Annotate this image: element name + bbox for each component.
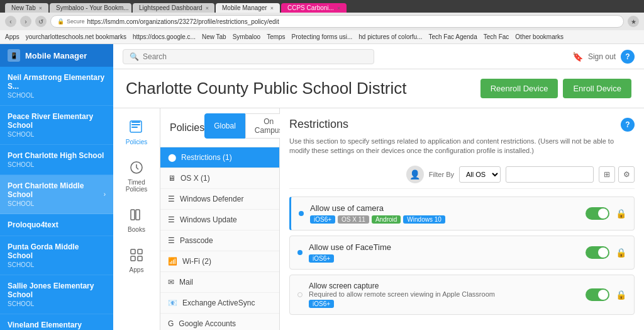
bookmark-button[interactable]: ★	[628, 16, 639, 27]
sidebar-item-vineland[interactable]: Vineland Elementary School SCHOOL	[0, 314, 113, 330]
browser-chrome: New Tab× Symbaloo - Your Bookm...× Light…	[0, 0, 644, 44]
tab-symbaloo[interactable]: Symbaloo - Your Bookm...×	[50, 3, 131, 13]
sidebar: 📱 Mobile Manager Neil Armstrong Elementa…	[0, 44, 113, 330]
bookmark-apps[interactable]: Apps	[5, 33, 19, 40]
clock-icon	[127, 158, 146, 177]
policy-item-mail[interactable]: ✉ Mail	[160, 272, 279, 293]
policy-item-osx[interactable]: 🖥 OS X (1)	[160, 168, 279, 189]
policy-item-wifi[interactable]: 📶 Wi-Fi (2)	[160, 251, 279, 272]
bookmark-docs[interactable]: https://docs.google.c...	[133, 33, 196, 40]
filter-row: 👤 Filter By All OS ⊞ ⚙	[289, 166, 635, 189]
bookmark-techfac[interactable]: Tech Fac Agenda	[428, 33, 477, 40]
toggle-camera[interactable]	[586, 207, 609, 220]
restriction-tags-camera: iOS6+ OS X 11 Android Windows 10	[310, 215, 579, 224]
sidebar-item-sallie[interactable]: Sallie Jones Elementary School SCHOOL	[0, 275, 113, 314]
global-tab-button[interactable]: Global	[204, 113, 245, 139]
secure-icon: 🔒	[57, 18, 64, 25]
sign-out-button[interactable]: Sign out	[588, 52, 616, 61]
exchange-icon: 📧	[168, 299, 177, 307]
filter-settings-button[interactable]: ⚙	[618, 166, 635, 183]
policy-item-restrictions[interactable]: ⬤ Restrictions (1)	[160, 147, 279, 168]
content-header: Charlotte County Public School District …	[113, 69, 644, 108]
bookmark-protecting[interactable]: Protecting forms usi...	[292, 33, 353, 40]
lock-facetime-icon[interactable]: 🔒	[616, 248, 626, 258]
restriction-dot-screen	[297, 292, 303, 297]
header-buttons: Reenroll Device Enroll Device	[480, 79, 631, 98]
browser-title-bar: New Tab× Symbaloo - Your Bookm...× Light…	[0, 0, 644, 13]
sidebar-item-neil[interactable]: Neil Armstrong Elementary S... SCHOOL	[0, 67, 113, 106]
sidebar-item-peace[interactable]: Peace River Elementary School SCHOOL	[0, 106, 113, 145]
enroll-device-button[interactable]: Enroll Device	[563, 79, 631, 98]
bookmark-other[interactable]: Other bookmarks	[515, 33, 564, 40]
tab-ccps[interactable]: CCPS Carboni...×	[281, 3, 347, 13]
nav-item-timed-policies[interactable]: Timed Policies	[113, 152, 160, 199]
address-bar[interactable]: 🔒 Secure https://lsmdm.com/organizations…	[50, 15, 624, 28]
restriction-dot-camera	[299, 211, 304, 216]
bookmark-temps[interactable]: Temps	[267, 33, 285, 40]
policy-item-google[interactable]: G Google Accounts	[160, 314, 279, 330]
tag-facetime-ios6: iOS6+	[309, 254, 334, 263]
sidebar-item-port-middle[interactable]: Port Charlotte Middle School SCHOOL ›	[0, 175, 113, 214]
tag-osx11: OS X 11	[338, 215, 369, 224]
nav-item-policies[interactable]: Policies	[113, 111, 160, 152]
restrictions-help-button[interactable]: ?	[621, 118, 635, 132]
browser-controls: ‹ › ↺ 🔒 Secure https://lsmdm.com/organiz…	[0, 13, 644, 30]
sidebar-item-proloquo[interactable]: Proloquo4text	[0, 214, 113, 236]
toggle-facetime[interactable]	[586, 246, 609, 259]
policies-icon	[127, 118, 146, 137]
policy-item-exchange[interactable]: 📧 Exchange ActiveSync	[160, 293, 279, 314]
restriction-name-camera: Allow use of camera	[310, 203, 579, 213]
search-container[interactable]: 🔍	[123, 49, 374, 64]
sidebar-item-port-high[interactable]: Port Charlotte High School SCHOOL	[0, 145, 113, 175]
search-input[interactable]	[143, 52, 269, 61]
filter-select[interactable]: All OS	[459, 166, 501, 183]
mail-icon: ✉	[168, 278, 174, 287]
restriction-item-screen-capture: Allow screen capture Required to allow r…	[289, 275, 635, 315]
filter-search-input[interactable]	[506, 166, 594, 183]
svg-rect-6	[136, 210, 140, 220]
tab-lightspeed[interactable]: Lightspeed Dashboard×	[133, 3, 214, 13]
filter-grid-button[interactable]: ⊞	[599, 166, 615, 183]
bookmark-charlotte[interactable]: yourcharlotteschools.net bookmarks	[26, 33, 126, 40]
toggle-screen-capture[interactable]	[586, 288, 609, 301]
sidebar-header: 📱 Mobile Manager	[0, 44, 113, 67]
bookmark-symbaloo[interactable]: Symbaloo	[233, 33, 260, 40]
forward-button[interactable]: ›	[20, 16, 31, 27]
lock-camera-icon[interactable]: 🔒	[616, 208, 626, 219]
defender-icon: ☰	[168, 195, 175, 203]
policies-panel: Policies Global On Campus ⬤ Restrictions…	[160, 108, 644, 330]
sidebar-item-punta[interactable]: Punta Gorda Middle School SCHOOL	[0, 236, 113, 275]
help-button[interactable]: ?	[621, 50, 635, 64]
bookmark-newtab[interactable]: New Tab	[202, 33, 226, 40]
back-button[interactable]: ‹	[5, 16, 16, 27]
bookmark-hd[interactable]: hd pictures of colorfu...	[358, 33, 422, 40]
reload-button[interactable]: ↺	[35, 16, 47, 27]
filter-icons: ⊞ ⚙	[599, 166, 635, 183]
policy-item-windows-update[interactable]: ☰ Windows Update	[160, 210, 279, 230]
tab-mobile-manager[interactable]: Mobile Manager×	[216, 3, 280, 13]
app-title: Mobile Manager	[25, 51, 87, 60]
nav-item-books[interactable]: Books	[113, 199, 160, 239]
svg-rect-7	[131, 249, 135, 254]
bookmark-techfac2[interactable]: Tech Fac	[484, 33, 509, 40]
filter-label: Filter By	[429, 171, 454, 178]
reenroll-device-button[interactable]: Reenroll Device	[480, 79, 558, 98]
svg-rect-10	[138, 256, 142, 261]
restriction-name-facetime: Allow use of FaceTime	[309, 242, 579, 252]
svg-rect-9	[131, 256, 135, 261]
tag-android: Android	[372, 215, 401, 224]
restriction-content-screen: Allow screen capture Required to allow r…	[309, 282, 579, 308]
restriction-content-facetime: Allow use of FaceTime iOS6+	[309, 242, 579, 263]
lock-screen-icon[interactable]: 🔒	[616, 290, 626, 300]
nav-item-apps[interactable]: Apps	[113, 239, 160, 280]
svg-rect-5	[131, 210, 135, 220]
policy-item-windows-defender[interactable]: ☰ Windows Defender	[160, 189, 279, 210]
restriction-item-facetime: Allow use of FaceTime iOS6+ 🔒	[289, 236, 635, 270]
policies-tab-buttons: Global On Campus	[204, 113, 292, 139]
policy-item-passcode[interactable]: ☰ Passcode	[160, 230, 279, 251]
bookmarks-bar: Apps yourcharlotteschools.net bookmarks …	[0, 30, 644, 44]
chevron-right-icon: ›	[104, 191, 106, 198]
content-area: 🔍 🔖 Sign out ? Charlotte County Public S…	[113, 44, 644, 330]
top-bar-actions: 🔖 Sign out ?	[572, 50, 635, 64]
tab-new-tab[interactable]: New Tab×	[5, 3, 48, 13]
